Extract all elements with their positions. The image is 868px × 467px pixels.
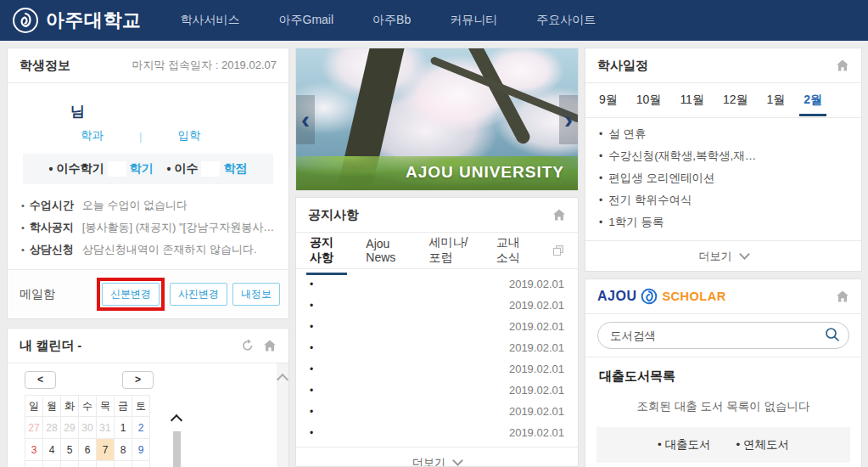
schedule-item[interactable]: •1학기 등록 [599, 211, 848, 234]
notice-tab-3[interactable]: 교내소식 [496, 226, 530, 275]
nav-item-3[interactable]: 커뮤니티 [450, 13, 497, 28]
bullet: • [599, 128, 602, 140]
notice-item[interactable]: •2019.02.01 [310, 380, 564, 401]
calendar-day[interactable]: 14 [97, 461, 115, 467]
dept-separator: | [139, 130, 143, 143]
calendar-day[interactable]: 15 [115, 461, 132, 467]
schedule-item[interactable]: •수강신청(재학생,복학생,재… [599, 145, 848, 167]
notice-tab-2[interactable]: 세미나/포럼 [428, 226, 473, 275]
scroll-up-icon[interactable] [277, 374, 288, 385]
calendar-day[interactable]: 29 [61, 417, 79, 439]
scroll-up-icon[interactable] [171, 414, 182, 426]
notice-date: 2019.02.01 [509, 341, 564, 354]
calendar-day[interactable]: 11 [43, 461, 61, 467]
month-tab-1월[interactable]: 1월 [767, 84, 786, 116]
status-label[interactable]: 학사공지 [30, 217, 74, 239]
calendar-day[interactable]: 3 [25, 439, 43, 461]
nav-item-2[interactable]: 아주Bb [372, 13, 411, 28]
home-icon[interactable] [836, 59, 849, 72]
status-label[interactable]: 상담신청 [30, 239, 74, 261]
month-tab-11월[interactable]: 11월 [680, 84, 704, 116]
notice-item[interactable]: •2019.02.01 [310, 358, 564, 380]
nav-item-0[interactable]: 학사서비스 [181, 13, 240, 28]
notice-item[interactable]: •2019.02.01 [310, 401, 564, 422]
bullet: • [310, 342, 313, 354]
nav-item-1[interactable]: 아주Gmail [279, 13, 334, 28]
notice-item[interactable]: •2019.02.01 [310, 273, 564, 295]
loan-link-대출도서[interactable]: • 대출도서 [658, 437, 710, 453]
semester-label: 이수학기 [57, 161, 104, 177]
schedule-item[interactable]: •설 연휴 [599, 123, 848, 145]
calendar-day[interactable]: 30 [79, 417, 97, 439]
notice-tab-0[interactable]: 공지사항 [310, 226, 344, 275]
calendar-day[interactable]: 1 [115, 417, 132, 439]
calendar-events-empty [182, 363, 277, 467]
calendar-prev-button[interactable]: < [25, 371, 56, 389]
library-scholar-panel: AJOU SCHOLAR [585, 279, 862, 467]
calendar-day[interactable]: 31 [97, 417, 115, 439]
banner-prev-arrow[interactable]: ‹ [296, 95, 315, 144]
loan-link-연체도서[interactable]: • 연체도서 [736, 437, 789, 453]
mailbox-label[interactable]: 메일함 [20, 287, 55, 302]
nav-item-4[interactable]: 주요사이트 [536, 13, 596, 28]
calendar-day[interactable]: 2 [132, 417, 150, 439]
semester-unit: 학기 [130, 161, 154, 177]
home-icon[interactable] [552, 208, 566, 222]
panel-scrollbar[interactable] [277, 363, 288, 467]
search-button[interactable] [824, 326, 841, 343]
calendar-day[interactable]: 4 [43, 439, 61, 461]
schedule-item[interactable]: •편입생 오리엔테이션 [599, 167, 848, 189]
calendar-day[interactable]: 16 [132, 461, 150, 467]
calendar-day[interactable]: 10 [25, 461, 43, 467]
bullet: • [310, 363, 313, 375]
bullet: • [599, 217, 602, 228]
profile-button-1[interactable]: 사진변경 [170, 283, 227, 306]
notice-tabs: 공지사항Ajou News세미나/포럼교내소식 [296, 233, 578, 269]
calendar-next-button[interactable]: > [122, 371, 154, 389]
student-status-row: •수업시간오늘 수업이 없습니다 [21, 194, 275, 217]
schedule-more-button[interactable]: 더보기 [585, 240, 861, 271]
left-column: 학생정보 마지막 접속일자 : 2019.02.07 님 학과 | 입학 • 이… [7, 48, 289, 467]
calendar-day[interactable]: 13 [79, 461, 97, 467]
month-tab-10월[interactable]: 10월 [636, 84, 662, 116]
month-tab-9월[interactable]: 9월 [599, 84, 618, 116]
calendar-day[interactable]: 28 [43, 417, 61, 439]
home-icon[interactable] [836, 290, 849, 303]
month-tab-12월[interactable]: 12월 [723, 84, 748, 116]
university-logo[interactable]: 아주대학교 [12, 7, 142, 34]
calendar-day[interactable]: 7 [97, 439, 115, 461]
profile-button-2[interactable]: 내정보 [232, 283, 280, 306]
notice-item[interactable]: •2019.02.01 [310, 337, 564, 358]
credit-unit: 학점 [223, 161, 247, 177]
bullet: • [310, 279, 313, 290]
calendar-day[interactable]: 12 [61, 461, 79, 467]
calendar-day[interactable]: 8 [115, 439, 132, 461]
schedule-item[interactable]: •전기 학위수여식 [599, 189, 848, 211]
book-search-input[interactable] [597, 322, 849, 349]
popup-window-icon[interactable] [552, 245, 564, 256]
calendar-day[interactable]: 27 [25, 417, 43, 439]
admission-label[interactable]: 입학 [178, 128, 201, 143]
scroll-thumb[interactable] [173, 431, 181, 467]
calendar-day[interactable]: 5 [61, 439, 79, 461]
student-dept-line: 학과 | 입학 [81, 128, 275, 143]
banner-next-arrow[interactable]: › [559, 95, 578, 144]
notice-item[interactable]: •2019.02.01 [310, 422, 564, 443]
profile-button-0[interactable]: 신분변경 [102, 283, 160, 306]
dept-label[interactable]: 학과 [81, 128, 104, 143]
refresh-icon[interactable] [241, 339, 255, 352]
calendar-scrollbar[interactable] [171, 416, 182, 467]
notice-item[interactable]: •2019.02.01 [310, 316, 564, 337]
notice-tab-1[interactable]: Ajou News [366, 228, 406, 273]
calendar-day[interactable]: 9 [132, 439, 150, 461]
notice-item[interactable]: •2019.02.01 [310, 295, 564, 316]
student-info-header: 학생정보 마지막 접속일자 : 2019.02.07 [8, 48, 288, 83]
notices-more-button[interactable]: 더보기 [296, 447, 578, 467]
campus-photo-banner[interactable]: ‹ › AJOU UNIVERSITY [295, 48, 579, 191]
status-label[interactable]: 수업시간 [30, 194, 74, 217]
scholar-logo-scholar: SCHOLAR [662, 290, 725, 303]
red-highlight-box: 신분변경 [97, 278, 165, 311]
month-tab-2월[interactable]: 2월 [804, 84, 822, 116]
home-icon[interactable] [263, 339, 277, 352]
calendar-day[interactable]: 6 [79, 439, 97, 461]
